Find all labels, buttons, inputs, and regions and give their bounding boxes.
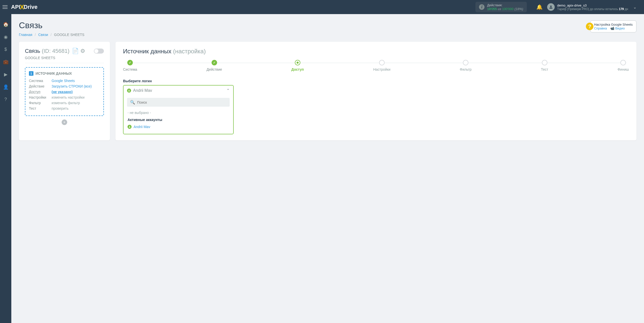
- actions-limit: 100'000: [502, 7, 514, 11]
- chevron-down-icon[interactable]: ⌄: [633, 5, 636, 10]
- topbar: API X Drive i Действия: 18'055 из 100'00…: [0, 0, 644, 14]
- row-access-value[interactable]: (не указано): [52, 90, 73, 94]
- gear-icon[interactable]: ⚙: [80, 48, 85, 54]
- briefcase-icon[interactable]: 💼: [3, 59, 9, 65]
- user-icon: [128, 125, 132, 129]
- actions-of: из: [498, 7, 501, 11]
- conn-title-text: Связь: [25, 48, 40, 54]
- info-icon: i: [479, 4, 485, 10]
- config-title: Источник данных: [123, 48, 171, 55]
- step-system[interactable]: Система: [123, 60, 137, 71]
- breadcrumb: Главная / Связи / GOOGLE SHEETS: [19, 33, 84, 37]
- chevron-up-icon: ⌃: [226, 88, 230, 93]
- step-access[interactable]: Доступ: [291, 60, 304, 71]
- tariff-label: Тариф |Премиум PRO| до оплаты осталось: [557, 7, 619, 11]
- step-badge-icon: 1: [29, 71, 33, 76]
- user-name: demo_apix-drive_s3: [557, 4, 628, 7]
- source-box: 1 ИСТОЧНИК ДАННЫХ СистемаGoogle Sheets Д…: [25, 67, 104, 116]
- step-settings[interactable]: Настройки: [373, 60, 390, 71]
- stepper: Система Действие Доступ Настройки Фильтр…: [123, 60, 629, 71]
- step-finish[interactable]: Финиш: [618, 60, 629, 71]
- logo-text-post: Drive: [24, 4, 37, 10]
- help-video-link[interactable]: Видео: [615, 26, 625, 30]
- login-dropdown[interactable]: Andrii Mav ⌃ 🔍 - не выбрано - Активные а…: [123, 85, 234, 134]
- dropdown-selected[interactable]: Andrii Mav ⌃: [124, 86, 233, 95]
- connection-toggle[interactable]: [94, 49, 104, 54]
- notifications-icon[interactable]: 🔔: [536, 4, 543, 10]
- step-filter[interactable]: Фильтр: [460, 60, 472, 71]
- dropdown-search[interactable]: 🔍: [127, 98, 230, 107]
- page-title: Связь: [19, 20, 84, 30]
- user-avatar-icon: [547, 3, 555, 11]
- conn-id: (ID: 45681): [42, 48, 69, 54]
- row-test-label: Тест: [29, 106, 52, 110]
- login-field-label: Выберите логин: [123, 79, 629, 83]
- logo-text-pre: API: [11, 4, 20, 10]
- option-none[interactable]: - не выбрано -: [127, 109, 230, 116]
- tariff-days: 179: [619, 7, 624, 11]
- copy-icon[interactable]: 📄: [72, 48, 79, 54]
- help-circle-icon[interactable]: ?: [586, 23, 593, 30]
- conn-subtitle: GOOGLE SHEETS: [25, 56, 104, 63]
- step-test[interactable]: Тест: [541, 60, 548, 71]
- row-system-label: Система: [29, 79, 52, 83]
- dropdown-body: 🔍 - не выбрано - Активные аккаунты Andri…: [124, 95, 233, 134]
- actions-label: Действия:: [487, 3, 523, 7]
- account-icon[interactable]: 👤: [3, 84, 9, 90]
- option-account-name: Andrii Mav: [134, 125, 150, 129]
- menu-toggle-icon[interactable]: [3, 4, 9, 10]
- crumb-current: GOOGLE SHEETS: [54, 33, 85, 37]
- help-reference-link[interactable]: Справка: [594, 26, 607, 30]
- user-icon: [127, 89, 131, 93]
- row-filter-value[interactable]: изменить фильтр: [52, 101, 80, 105]
- billing-icon[interactable]: $: [4, 47, 7, 52]
- main: Связь Главная / Связи / GOOGLE SHEETS ? …: [11, 14, 644, 147]
- actions-pct: (18%): [514, 7, 523, 11]
- search-icon: 🔍: [130, 100, 135, 105]
- option-account[interactable]: Andrii Mav: [127, 123, 230, 130]
- sidebar: 🏠 ◉ $ 💼 ▶ 👤 ?: [0, 14, 11, 147]
- step-action[interactable]: Действие: [207, 60, 222, 71]
- selected-login: Andrii Mav: [133, 88, 152, 93]
- user-menu[interactable]: demo_apix-drive_s3 Тариф |Премиум PRO| д…: [547, 3, 628, 11]
- row-filter-label: Фильтр: [29, 101, 52, 105]
- config-card: Источник данных (настройка) Система Дейс…: [115, 42, 636, 140]
- logo[interactable]: API X Drive: [11, 3, 37, 11]
- row-access-label: Доступ: [29, 90, 52, 94]
- option-group-header: Активные аккаунты: [127, 116, 230, 123]
- connection-card: Связь (ID: 45681) 📄 ⚙ GOOGLE SHEETS 1 ИС…: [19, 42, 110, 140]
- row-action-value[interactable]: Загрузить СТРОКИ (все): [52, 84, 92, 88]
- row-test-value[interactable]: проверить: [52, 106, 69, 110]
- connections-icon[interactable]: ◉: [4, 34, 8, 40]
- crumb-home[interactable]: Главная: [19, 33, 32, 37]
- row-settings-value[interactable]: изменить настройки: [52, 95, 85, 99]
- video-icon[interactable]: ▶: [4, 72, 8, 77]
- actions-used: 18'055: [487, 7, 497, 11]
- config-subtitle: (настройка): [173, 48, 206, 55]
- row-system-value[interactable]: Google Sheets: [52, 79, 75, 83]
- help-title: Настройка Google Sheets: [594, 23, 633, 26]
- tariff-unit: дн: [624, 7, 628, 11]
- search-input[interactable]: [137, 100, 227, 104]
- add-destination-button[interactable]: +: [62, 119, 67, 125]
- actions-counter[interactable]: i Действия: 18'055 из 100'000 (18%): [475, 2, 527, 12]
- crumb-links[interactable]: Связи: [38, 33, 48, 37]
- row-action-label: Действие: [29, 84, 52, 88]
- row-settings-label: Настройки: [29, 95, 52, 99]
- help-icon[interactable]: ?: [4, 97, 7, 102]
- source-box-title: ИСТОЧНИК ДАННЫХ: [35, 71, 72, 75]
- home-icon[interactable]: 🏠: [3, 22, 9, 27]
- help-box: ? Настройка Google Sheets Справка 📹 Виде…: [590, 20, 636, 32]
